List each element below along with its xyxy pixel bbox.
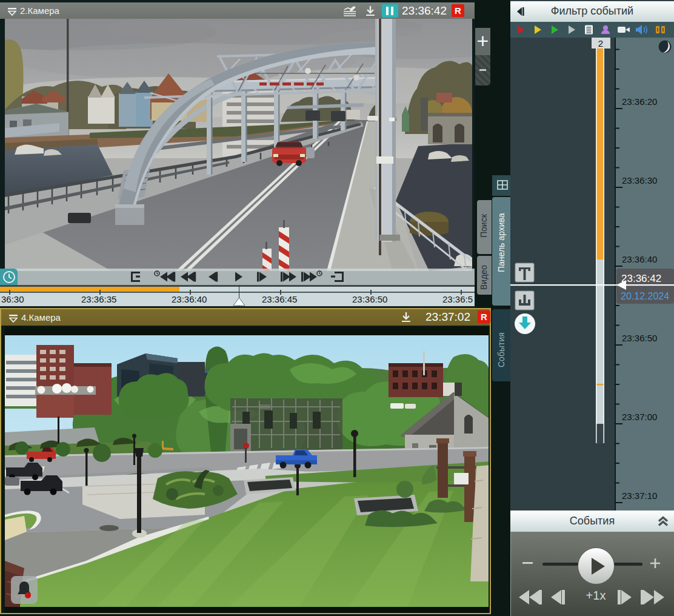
svg-text:23:36:20: 23:36:20	[622, 96, 657, 107]
svg-text:23:37:10: 23:37:10	[622, 490, 657, 501]
svg-text:23:36:40: 23:36:40	[622, 254, 657, 264]
svg-text:23:36:42: 23:36:42	[621, 273, 661, 284]
svg-text:23:37:00: 23:37:00	[622, 412, 657, 422]
svg-text:2: 2	[598, 38, 603, 49]
svg-text:20.12.2024: 20.12.2024	[621, 291, 669, 301]
svg-text:23:36:50: 23:36:50	[622, 333, 657, 343]
svg-text:23:36:30: 23:36:30	[622, 175, 657, 186]
